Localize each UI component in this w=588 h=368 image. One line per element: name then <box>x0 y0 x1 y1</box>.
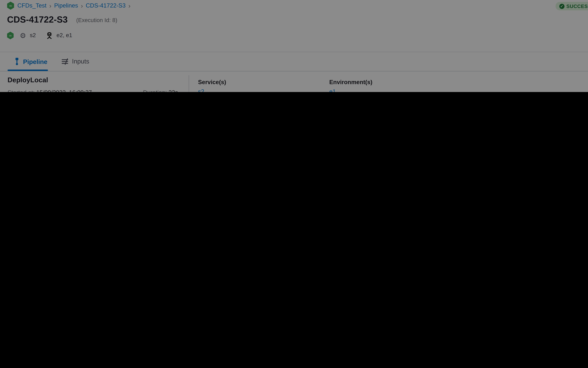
modal-backdrop[interactable] <box>0 0 588 92</box>
app-root: ∞ CFDs_Test › Pipelines › CDS-41722-S3 ›… <box>0 0 588 92</box>
